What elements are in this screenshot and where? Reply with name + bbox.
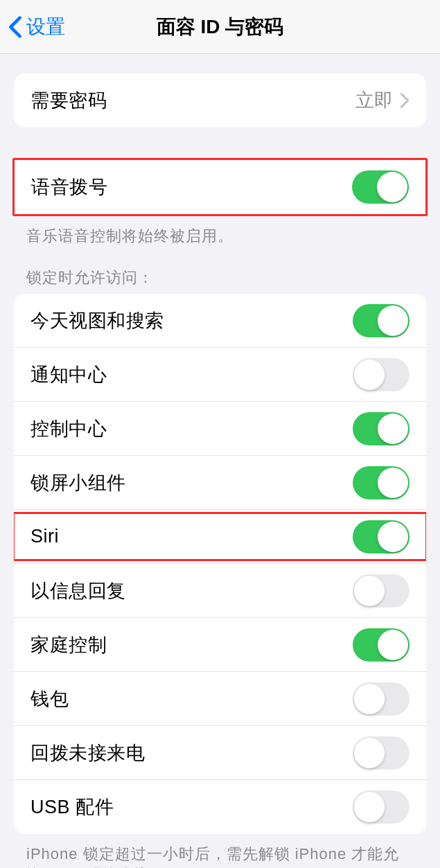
wallet-toggle[interactable]: [353, 682, 410, 716]
home-control-label: 家庭控制: [30, 632, 107, 657]
page-title: 面容 ID 与密码: [0, 14, 440, 40]
back-button[interactable]: 设置: [0, 14, 65, 40]
wallet-label: 钱包: [30, 687, 69, 711]
today-view-label: 今天视图和搜索: [30, 308, 164, 333]
control-center-toggle[interactable]: [353, 412, 410, 445]
voice-dial-footer: 音乐语音控制将始终被启用。: [0, 216, 440, 247]
return-missed-calls-row: 回拨未接来电: [14, 726, 426, 780]
usb-accessories-toggle[interactable]: [353, 790, 410, 824]
lock-screen-widgets-label: 锁屏小组件: [30, 470, 126, 495]
voice-dial-row: 语音拨号: [15, 160, 425, 214]
require-passcode-group: 需要密码 立即: [14, 73, 426, 127]
chevron-right-icon: [400, 92, 410, 109]
notification-center-label: 通知中心: [30, 362, 107, 387]
today-view-row: 今天视图和搜索: [14, 294, 426, 348]
reply-with-message-toggle[interactable]: [353, 574, 410, 608]
siri-label: Siri: [30, 526, 59, 547]
notification-center-toggle[interactable]: [353, 358, 410, 391]
control-center-row: 控制中心: [14, 402, 426, 456]
require-passcode-label: 需要密码: [30, 88, 107, 113]
home-control-toggle[interactable]: [353, 628, 410, 662]
reply-with-message-row: 以信息回复: [14, 564, 426, 618]
usb-accessories-row: USB 配件: [14, 780, 426, 834]
siri-toggle[interactable]: [353, 520, 410, 553]
lock-access-group: 今天视图和搜索 通知中心 控制中心 锁屏小组件 Siri 以信息回复 家庭控制: [14, 294, 426, 834]
usb-accessories-label: USB 配件: [30, 795, 114, 820]
lock-screen-widgets-toggle[interactable]: [353, 466, 410, 499]
lock-screen-widgets-row: 锁屏小组件: [14, 456, 426, 510]
today-view-toggle[interactable]: [353, 304, 410, 337]
voice-dial-label: 语音拨号: [31, 175, 107, 200]
return-missed-calls-label: 回拨未接来电: [30, 741, 145, 765]
wallet-row: 钱包: [14, 672, 426, 726]
voice-dial-toggle[interactable]: [352, 170, 409, 204]
usb-footer: iPhone 锁定超过一小时后，需先解锁 iPhone 才能允许 USB 配件连…: [0, 834, 440, 868]
siri-row: Siri: [14, 510, 426, 564]
home-control-row: 家庭控制: [14, 618, 426, 672]
lock-access-header: 锁定时允许访问：: [0, 247, 440, 294]
control-center-label: 控制中心: [30, 416, 107, 441]
return-missed-calls-toggle[interactable]: [353, 736, 410, 770]
reply-with-message-label: 以信息回复: [30, 578, 126, 603]
back-label: 设置: [26, 14, 65, 40]
voice-dial-group: 语音拨号: [12, 158, 428, 216]
require-passcode-value: 立即: [355, 88, 393, 113]
require-passcode-row[interactable]: 需要密码 立即: [14, 73, 426, 127]
chevron-left-icon: [8, 15, 22, 39]
navbar: 设置 面容 ID 与密码: [0, 0, 440, 54]
notification-center-row: 通知中心: [14, 348, 426, 402]
